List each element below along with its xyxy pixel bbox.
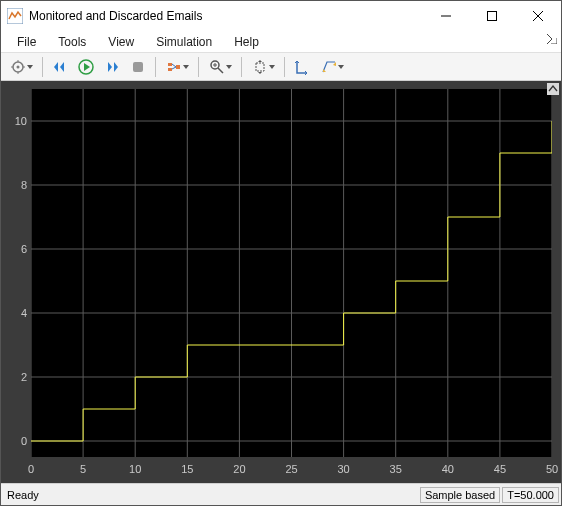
x-tick-label: 0 bbox=[28, 463, 34, 475]
svg-rect-12 bbox=[133, 62, 143, 72]
svg-point-6 bbox=[16, 65, 19, 68]
menu-tools[interactable]: Tools bbox=[48, 33, 96, 51]
y-tick-label: 0 bbox=[1, 435, 27, 447]
find-signal-button[interactable] bbox=[161, 56, 193, 78]
minimize-button[interactable] bbox=[423, 1, 469, 31]
restart-button[interactable] bbox=[48, 56, 72, 78]
y-tick-label: 4 bbox=[1, 307, 27, 319]
toolbar-separator bbox=[284, 57, 285, 77]
x-tick-label: 45 bbox=[494, 463, 506, 475]
toolbar bbox=[1, 53, 561, 81]
svg-rect-13 bbox=[168, 63, 172, 66]
menu-file[interactable]: File bbox=[7, 33, 46, 51]
statusbar: Ready Sample based T=50.000 bbox=[1, 483, 561, 505]
window-title: Monitored and Discarded Emails bbox=[29, 9, 423, 23]
x-tick-label: 40 bbox=[442, 463, 454, 475]
x-tick-label: 30 bbox=[337, 463, 349, 475]
plot-axes bbox=[31, 89, 552, 457]
menubar: File Tools View Simulation Help bbox=[1, 31, 561, 53]
svg-rect-2 bbox=[488, 12, 497, 21]
print-config-button[interactable] bbox=[5, 56, 37, 78]
status-message: Ready bbox=[7, 489, 418, 501]
x-tick-label: 10 bbox=[129, 463, 141, 475]
x-tick-label: 35 bbox=[390, 463, 402, 475]
stop-button[interactable] bbox=[126, 56, 150, 78]
maximize-button[interactable] bbox=[469, 1, 515, 31]
menu-overflow-icon[interactable] bbox=[547, 33, 557, 47]
x-tick-label: 15 bbox=[181, 463, 193, 475]
step-forward-button[interactable] bbox=[100, 56, 124, 78]
toolbar-separator bbox=[155, 57, 156, 77]
svg-line-17 bbox=[172, 67, 176, 69]
toolbar-separator bbox=[42, 57, 43, 77]
svg-line-19 bbox=[218, 68, 223, 73]
x-tick-label: 5 bbox=[80, 463, 86, 475]
x-tick-label: 25 bbox=[285, 463, 297, 475]
status-time: T=50.000 bbox=[502, 487, 559, 503]
run-button[interactable] bbox=[74, 56, 98, 78]
app-icon bbox=[7, 8, 23, 24]
zoom-button[interactable] bbox=[204, 56, 236, 78]
y-tick-label: 8 bbox=[1, 179, 27, 191]
x-tick-label: 20 bbox=[233, 463, 245, 475]
scale-axes-button[interactable] bbox=[247, 56, 279, 78]
signal-stats-button[interactable] bbox=[316, 56, 348, 78]
y-tick-label: 6 bbox=[1, 243, 27, 255]
svg-rect-14 bbox=[168, 68, 172, 71]
svg-line-16 bbox=[172, 64, 176, 67]
cursor-measure-button[interactable] bbox=[290, 56, 314, 78]
maximize-axes-icon[interactable] bbox=[547, 83, 559, 95]
status-mode: Sample based bbox=[420, 487, 500, 503]
titlebar: Monitored and Discarded Emails bbox=[1, 1, 561, 31]
svg-rect-22 bbox=[256, 63, 264, 71]
toolbar-separator bbox=[198, 57, 199, 77]
svg-rect-15 bbox=[176, 65, 180, 69]
toolbar-separator bbox=[241, 57, 242, 77]
menu-view[interactable]: View bbox=[98, 33, 144, 51]
close-button[interactable] bbox=[515, 1, 561, 31]
menu-simulation[interactable]: Simulation bbox=[146, 33, 222, 51]
x-tick-label: 50 bbox=[546, 463, 558, 475]
svg-rect-40 bbox=[547, 83, 559, 95]
scope-plot[interactable]: 0246810 05101520253035404550 bbox=[1, 81, 561, 483]
y-tick-label: 2 bbox=[1, 371, 27, 383]
y-tick-label: 10 bbox=[1, 115, 27, 127]
menu-help[interactable]: Help bbox=[224, 33, 269, 51]
